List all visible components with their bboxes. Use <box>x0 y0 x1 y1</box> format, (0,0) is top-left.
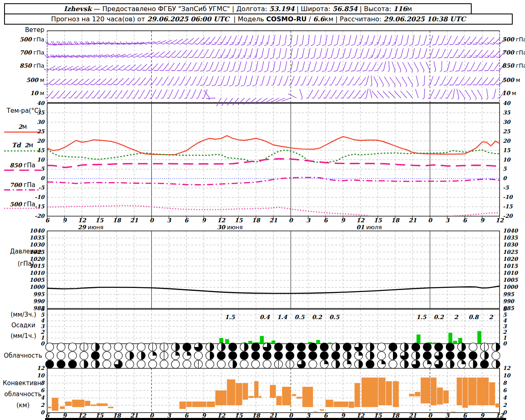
convective-cloud-layer <box>386 381 392 406</box>
text-segment: гПа <box>32 62 44 69</box>
text-segment <box>21 142 25 149</box>
cloud-cover-symbol <box>446 343 454 351</box>
text-segment: 700 <box>10 182 22 188</box>
axis-tick-label: 21 <box>130 217 138 224</box>
axis-tick-label: 6 <box>45 217 50 224</box>
cloud-cover-symbol <box>240 360 248 368</box>
convective-cloud-layer <box>270 385 276 398</box>
cloud-cover-symbol <box>57 352 65 360</box>
axis-tick-label: 40 <box>37 100 45 106</box>
axis-tick-label: 3 <box>167 412 171 419</box>
convective-cloud-bars <box>47 378 503 413</box>
text-segment: м <box>38 90 44 96</box>
text-segment: 850 <box>502 62 514 69</box>
date-label: 29 июня <box>66 224 115 231</box>
convective-cloud-layer <box>227 379 235 405</box>
cloud-cover-symbol <box>126 343 134 351</box>
axis-tick-label: -10 <box>503 194 513 200</box>
cloud-cover-symbol <box>297 352 306 360</box>
axis-tick-label: 6 <box>463 412 467 419</box>
cloud-cover-symbol <box>286 343 294 351</box>
text-segment: Td <box>12 142 21 149</box>
text-segment: 500 <box>502 36 514 43</box>
date-label: 30 июня <box>205 224 254 231</box>
axis-tick-label: 1025 <box>503 249 518 255</box>
wind-barb-row-700hPa <box>45 48 506 59</box>
cloud-cover-symbol <box>423 343 431 351</box>
axis-tick-label: 6 <box>324 217 328 224</box>
text-segment: 500 <box>20 36 32 43</box>
axis-tick-label: 21 <box>409 412 417 419</box>
text-segment: 01 <box>356 224 364 231</box>
cloud-cover-symbol <box>183 360 191 368</box>
convective-cloud-layer <box>421 378 430 404</box>
cloud-cover-symbol <box>217 352 226 360</box>
convective-cloud-layer <box>457 378 462 406</box>
precip-bar <box>248 341 252 344</box>
convective-cloud-layer <box>282 387 291 405</box>
axis-tick-label: 995 <box>503 291 514 297</box>
convective-cloud-layer <box>354 383 360 407</box>
wind-barb-row-500hPa <box>46 35 507 46</box>
axis-tick-label: 1020 <box>503 256 518 262</box>
axis-tick-label: 12 <box>217 217 226 224</box>
axis-tick-label: 18 <box>252 412 260 419</box>
axis-tick-label: 15 <box>503 147 511 153</box>
axis-tick-label: 3 <box>503 323 507 329</box>
convective-cloud-layer <box>192 402 206 407</box>
axis-tick-label: 21 <box>130 412 138 419</box>
cloud-cover-symbol <box>91 352 100 360</box>
cloud-cover-symbol <box>68 352 77 360</box>
convective-cloud-layer <box>326 400 333 407</box>
axis-tick-label: -15 <box>503 203 513 210</box>
axis-tick-label: 6 <box>45 412 50 419</box>
cloud-cover-symbol <box>46 343 54 351</box>
axis-tick-label: -10 <box>35 194 45 200</box>
axis-tick-label: 15 <box>374 217 382 224</box>
precip-3h-value: 0.4 <box>260 314 270 320</box>
text-segment: гПа <box>514 49 525 56</box>
axis-tick-label: 4 <box>503 395 507 401</box>
convective-cloud-layer <box>47 407 51 409</box>
axis-tick-label: 12 <box>37 365 45 371</box>
convective-cloud-layer <box>462 378 468 408</box>
cloud-rows <box>46 343 500 368</box>
convective-cloud-layer <box>91 404 96 406</box>
axis-tick-label: 9 <box>480 217 485 224</box>
axis-labels: 40403535303025252020151510105500-5-5-10-… <box>30 100 518 419</box>
precip-bar <box>316 340 320 344</box>
precip-3h-value: 2 <box>454 314 459 320</box>
axis-tick-label: 15 <box>374 412 382 419</box>
precip-3h-value: 0.8 <box>468 314 479 320</box>
convective-cloud-layer <box>254 381 258 398</box>
cloud-cover-symbol <box>46 352 54 360</box>
convective-cloud-layer <box>393 381 399 407</box>
cloud-cover-symbol <box>183 343 191 351</box>
axis-tick-label: 1040 <box>503 228 518 234</box>
axis-tick-label: 6 <box>185 217 189 224</box>
cloud-cover-symbol <box>228 343 237 351</box>
text-segment: 29 <box>78 224 86 231</box>
text-segment: июня <box>225 224 243 231</box>
cloud-cover-symbol <box>114 352 122 360</box>
text-segment: 30 <box>217 224 225 231</box>
axis-tick-label: 1035 <box>30 235 45 241</box>
axis-tick-label: 0 <box>150 217 154 224</box>
axis-tick-label: 6 <box>463 217 467 224</box>
axis-tick-label: 21 <box>409 217 417 224</box>
pressure-panel-units: (гПа) <box>7 260 45 267</box>
text-segment: июня <box>86 224 103 231</box>
wind-level-label: 700 гПа <box>502 49 525 56</box>
axis-tick-label: 21 <box>269 412 278 419</box>
cloud-cover-symbol <box>160 360 168 368</box>
cloud-cover-symbol <box>68 343 77 351</box>
temp-legend-td-label: Td 2м <box>3 142 42 149</box>
cloud-cover-symbol <box>126 360 134 368</box>
axis-tick-label: 15 <box>235 412 243 419</box>
meteogram-svg: 40403535303025252020151510105500-5-5-10-… <box>0 0 525 420</box>
precip-3h-units-label: (мм/3ч.) <box>4 311 43 318</box>
cloud-cover-symbol <box>435 343 443 351</box>
axis-tick-label: 1015 <box>503 263 518 269</box>
axis-tick-label: 3 <box>306 412 310 419</box>
cloud-cover-symbol <box>263 352 271 360</box>
